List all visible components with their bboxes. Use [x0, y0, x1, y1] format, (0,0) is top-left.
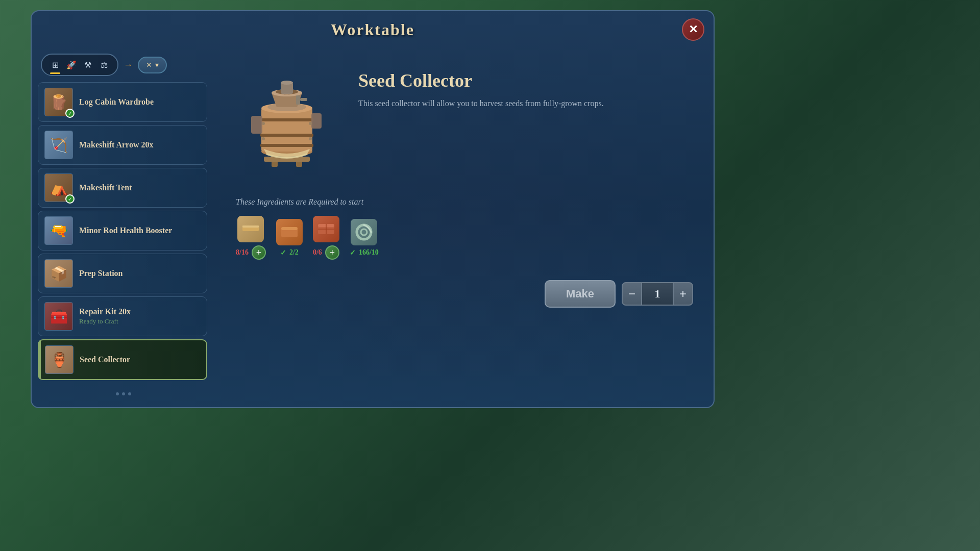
item-name: Minor Rod Health Booster	[79, 226, 201, 235]
svg-point-26	[309, 137, 312, 140]
ingredient-plank-icon	[237, 216, 264, 242]
svg-rect-6	[260, 118, 313, 121]
svg-rect-7	[260, 134, 313, 137]
scroll-indicator	[38, 390, 209, 399]
item-subtitle: Ready to Craft	[79, 317, 201, 325]
filter-dropdown-chevron: ▾	[155, 61, 159, 69]
svg-rect-10	[311, 113, 322, 129]
plank-count: 8/16	[236, 248, 249, 257]
svg-point-36	[361, 229, 367, 235]
item-thumbnail: 🏹	[44, 131, 73, 159]
ingredient-plank: 8/16 +	[236, 216, 266, 260]
svg-rect-28	[242, 226, 259, 228]
quantity-value: 1	[642, 282, 673, 306]
item-minor-rod-health-booster[interactable]: 🔫 Minor Rod Health Booster	[38, 211, 207, 251]
filter-anvil-icon[interactable]: ⚒	[81, 58, 95, 72]
brick-add-button[interactable]: +	[325, 245, 339, 260]
item-thumbnail: 🏺	[45, 345, 74, 374]
filter-all-icon[interactable]: ⊞	[48, 58, 62, 72]
svg-rect-22	[300, 98, 307, 101]
item-prep-station[interactable]: 📦 Prep Station	[38, 254, 207, 293]
item-name: Makeshift Tent	[79, 183, 201, 192]
quantity-minus-button[interactable]: −	[622, 282, 642, 306]
filter-scale-icon[interactable]: ⚖	[97, 58, 111, 72]
quantity-control: − 1 +	[622, 282, 693, 306]
item-info: Minor Rod Health Booster	[79, 226, 201, 235]
action-row: Make − 1 +	[236, 280, 693, 308]
item-info: Repair Kit 20x Ready to Craft	[79, 307, 201, 325]
svg-rect-30	[281, 227, 298, 230]
filter-toolbar: ⊞ 🚀 ⚒ ⚖ → ✕ ▾	[38, 49, 209, 82]
brick-count: 0/6	[313, 248, 322, 257]
item-name: Log Cabin Wardrobe	[79, 97, 201, 107]
item-preview	[236, 65, 338, 177]
item-info: Log Cabin Wardrobe	[79, 97, 201, 107]
seed-collector-illustration	[241, 67, 333, 174]
copper-count: 2/2	[289, 248, 299, 257]
item-name: Seed Collector	[80, 355, 200, 364]
item-list-panel: ⊞ 🚀 ⚒ ⚖ → ✕ ▾ 🪵 ✓	[32, 44, 215, 405]
item-detail-info: Seed Collector This seed collector will …	[358, 65, 693, 110]
ring-count: 166/10	[359, 248, 379, 257]
items-container: 🪵 ✓ Log Cabin Wardrobe 🏹 Makeshift Arrow…	[38, 82, 209, 390]
ingredient-ring: ✓ 166/10	[350, 219, 379, 257]
svg-rect-27	[242, 227, 259, 231]
item-log-cabin-wardrobe[interactable]: 🪵 ✓ Log Cabin Wardrobe	[38, 82, 207, 122]
item-thumbnail: 🧰	[44, 302, 73, 331]
plank-add-button[interactable]: +	[252, 245, 266, 260]
filter-icon-group: ⊞ 🚀 ⚒ ⚖	[41, 54, 118, 76]
close-button[interactable]: ✕	[682, 18, 704, 41]
copper-check: ✓	[280, 248, 286, 257]
svg-point-24	[309, 122, 312, 125]
ingredients-row: 8/16 + ✓	[236, 216, 693, 260]
ingredient-plank-status: 8/16 +	[236, 245, 266, 260]
filter-dropdown-icon: ✕	[146, 61, 152, 69]
ingredient-copper-icon	[276, 219, 303, 245]
ingredients-title: These Ingredients are Required to start	[236, 197, 693, 207]
filter-rocket-icon[interactable]: 🚀	[64, 58, 79, 72]
svg-point-20	[281, 81, 293, 85]
item-check-icon: ✓	[65, 194, 75, 204]
filter-arrow-icon: →	[124, 60, 133, 70]
make-button[interactable]: Make	[545, 280, 616, 308]
filter-dropdown[interactable]: ✕ ▾	[138, 57, 167, 73]
svg-rect-21	[296, 95, 300, 105]
item-name: Prep Station	[79, 269, 201, 278]
detail-description: This seed collector will allow you to ha…	[358, 97, 614, 110]
item-makeshift-tent[interactable]: ⛺ ✓ Makeshift Tent	[38, 168, 207, 208]
item-check-icon: ✓	[65, 109, 75, 118]
quantity-plus-button[interactable]: +	[673, 282, 693, 306]
item-thumbnail: ⛺ ✓	[44, 173, 73, 202]
svg-point-23	[262, 122, 265, 125]
ingredient-brick: 0/6 +	[313, 216, 339, 260]
item-info: Prep Station	[79, 269, 201, 278]
worktable-dialog: Worktable ✕ ⊞ 🚀 ⚒ ⚖ → ✕ ▾	[31, 10, 715, 408]
item-info: Seed Collector	[80, 355, 200, 364]
scroll-dot	[122, 392, 125, 395]
ingredients-section: These Ingredients are Required to start …	[236, 197, 693, 260]
item-name: Repair Kit 20x	[79, 307, 201, 316]
ring-check: ✓	[350, 248, 356, 257]
dialog-header: Worktable ✕	[32, 11, 714, 44]
item-info: Makeshift Arrow 20x	[79, 140, 201, 149]
scroll-dot	[116, 392, 119, 395]
item-makeshift-arrow[interactable]: 🏹 Makeshift Arrow 20x	[38, 125, 207, 165]
item-thumbnail: 📦	[44, 259, 73, 288]
detail-title: Seed Collector	[358, 70, 693, 91]
svg-rect-9	[251, 116, 262, 134]
detail-panel: Seed Collector This seed collector will …	[215, 44, 714, 405]
item-thumbnail: 🪵 ✓	[44, 88, 73, 116]
ingredient-ring-status: ✓ 166/10	[350, 248, 379, 257]
item-seed-collector[interactable]: 🏺 Seed Collector	[38, 339, 207, 380]
ingredient-copper: ✓ 2/2	[276, 219, 303, 257]
item-repair-kit[interactable]: 🧰 Repair Kit 20x Ready to Craft	[38, 296, 207, 336]
ingredient-ring-icon	[351, 219, 377, 245]
svg-point-25	[262, 137, 265, 140]
item-info: Makeshift Tent	[79, 183, 201, 192]
item-thumbnail: 🔫	[44, 216, 73, 245]
detail-main: Seed Collector This seed collector will …	[236, 65, 693, 177]
ingredient-brick-status: 0/6 +	[313, 245, 339, 260]
ingredient-brick-icon	[313, 216, 339, 242]
svg-point-35	[357, 225, 371, 239]
ingredient-copper-status: ✓ 2/2	[280, 248, 299, 257]
